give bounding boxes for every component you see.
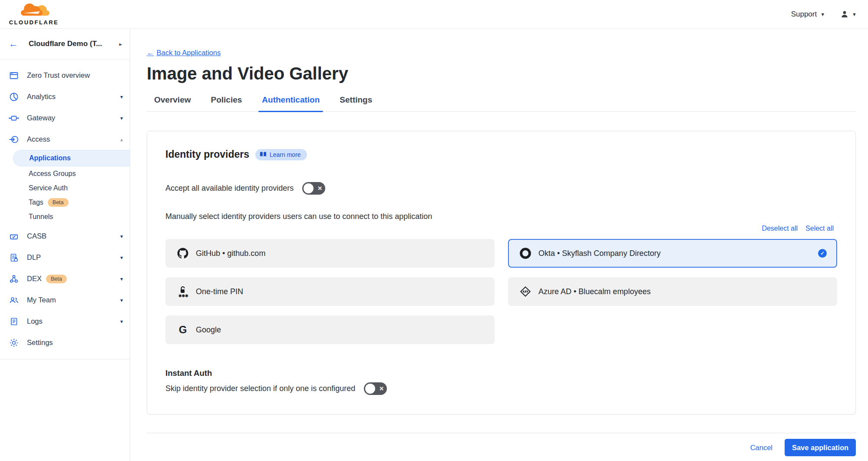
access-subnav: Applications Access Groups Service Auth … (0, 150, 130, 224)
cancel-button[interactable]: Cancel (750, 444, 772, 452)
top-bar: CLOUDFLARE Support ▼ ▼ (0, 0, 868, 29)
google-g-glyph: G (179, 324, 187, 336)
learn-more-badge[interactable]: Learn more (255, 149, 307, 160)
gateway-icon (9, 113, 19, 123)
logs-icon (9, 316, 19, 327)
provider-name: Google (196, 325, 221, 335)
cloudflare-cloud-icon (13, 3, 55, 20)
sidebar-item-dex[interactable]: DEX Beta ▾ (0, 268, 130, 289)
sidebar-item-label: Applications (29, 154, 71, 162)
github-icon (177, 247, 189, 260)
toggle-knob (365, 384, 375, 394)
asterisks: ✱✱✱✱ (178, 294, 188, 298)
beta-badge: Beta (48, 198, 69, 207)
chevron-down-icon: ▾ (120, 276, 123, 282)
access-icon (9, 134, 19, 145)
sidebar-item-casb[interactable]: CASB ▾ (0, 226, 130, 247)
sidebar-item-settings[interactable]: Settings (0, 332, 130, 353)
instant-auth-label: Skip identity provider selection if only… (165, 384, 355, 393)
sidebar-divider (0, 359, 130, 359)
sidebar-item-analytics[interactable]: Analytics ▾ (0, 86, 130, 107)
sidebar: ← Cloudflare Demo (T... ▸ Zero Trust ove… (0, 29, 130, 461)
sidebar-item-service-auth[interactable]: Service Auth (0, 181, 130, 195)
provider-tiles: GitHub • github.com Okta • Skyflash Comp… (165, 239, 837, 344)
sidebar-item-my-team[interactable]: My Team ▾ (0, 289, 130, 311)
sidebar-item-access-groups[interactable]: Access Groups (0, 166, 130, 181)
sidebar-nav: Zero Trust overview Analytics ▾ (0, 60, 130, 359)
chevron-down-icon: ▾ (120, 115, 123, 121)
provider-tile-google[interactable]: G Google (165, 315, 495, 344)
back-arrow-icon[interactable]: ← (9, 39, 18, 49)
sidebar-item-gateway[interactable]: Gateway ▾ (0, 107, 130, 129)
pie-chart-icon (9, 92, 19, 102)
chevron-down-icon: ▾ (120, 297, 123, 303)
sidebar-item-access[interactable]: Access ▴ (0, 129, 130, 150)
network-nodes-icon (9, 274, 19, 284)
close-icon: ✕ (379, 385, 384, 392)
zero-trust-dashboard: CLOUDFLARE Support ▼ ▼ ← C (0, 0, 868, 461)
provider-name: One-time PIN (196, 287, 243, 296)
cloudflare-logo[interactable]: CLOUDFLARE (6, 3, 62, 26)
card-title: Identity providers (165, 149, 249, 160)
chevron-down-icon: ▼ (852, 12, 857, 17)
sidebar-item-dlp[interactable]: DLP ▾ (0, 247, 130, 268)
sidebar-item-label: Settings (27, 338, 53, 347)
save-application-button[interactable]: Save application (785, 439, 856, 456)
sidebar-item-label: Zero Trust overview (27, 71, 90, 80)
chevron-right-icon[interactable]: ▸ (119, 41, 122, 47)
chevron-down-icon: ▼ (820, 12, 825, 17)
learn-more-label: Learn more (270, 151, 301, 158)
chevron-down-icon: ▾ (120, 318, 123, 325)
document-lock-icon (9, 252, 19, 263)
instant-auth-heading: Instant Auth (165, 368, 837, 378)
sidebar-item-label: Gateway (27, 114, 55, 122)
sidebar-item-label: Tunnels (29, 213, 53, 221)
brand-wordmark: CLOUDFLARE (9, 19, 59, 26)
team-icon (9, 295, 19, 305)
account-name: Cloudflare Demo (T... (29, 40, 102, 48)
tab-settings[interactable]: Settings (340, 95, 372, 111)
selected-check-icon: ✓ (818, 249, 827, 258)
tab-authentication[interactable]: Authentication (262, 95, 320, 111)
provider-tile-github[interactable]: GitHub • github.com (165, 239, 495, 268)
select-all-link[interactable]: Select all (805, 225, 834, 232)
azure-ad-icon (519, 285, 531, 298)
sidebar-item-tags[interactable]: Tags Beta (0, 195, 130, 209)
provider-name: GitHub • github.com (196, 249, 265, 258)
casb-icon (9, 231, 19, 242)
identity-providers-card: Identity providers Learn more Accept all… (147, 131, 856, 415)
sidebar-item-label: My Team (27, 296, 56, 304)
gear-icon (9, 338, 19, 348)
tab-overview[interactable]: Overview (154, 95, 191, 111)
close-icon: ✕ (317, 185, 322, 192)
sidebar-item-label: DEX (27, 275, 42, 283)
sidebar-item-applications[interactable]: Applications (13, 150, 130, 166)
beta-badge: Beta (46, 275, 67, 283)
provider-tile-okta[interactable]: Okta • Skyflash Company Directory ✓ (508, 239, 837, 268)
sidebar-item-label: Analytics (27, 93, 56, 101)
provider-tile-azure-ad[interactable]: Azure AD • Bluecalm employees (508, 277, 837, 306)
deselect-all-link[interactable]: Deselect all (762, 225, 798, 232)
instant-auth-toggle[interactable]: ✕ (364, 382, 387, 395)
account-menu[interactable]: ▼ (840, 10, 857, 19)
chevron-down-icon: ▾ (120, 233, 123, 239)
back-arrow-icon: ← (147, 49, 154, 57)
okta-icon (519, 247, 531, 260)
main-content: ← Back to Applications Image and Video G… (130, 29, 868, 461)
account-switcher[interactable]: ← Cloudflare Demo (T... ▸ (0, 29, 130, 60)
sidebar-item-tunnels[interactable]: Tunnels (0, 209, 130, 224)
sidebar-item-label: DLP (27, 253, 41, 262)
footer-actions: Cancel Save application (147, 439, 856, 456)
footer-divider (147, 433, 856, 433)
sidebar-item-label: CASB (27, 232, 46, 240)
sidebar-item-zero-trust-overview[interactable]: Zero Trust overview (0, 65, 130, 86)
sidebar-item-label: Service Auth (29, 184, 68, 192)
sidebar-item-logs[interactable]: Logs ▾ (0, 311, 130, 332)
back-to-applications-link[interactable]: ← Back to Applications (147, 49, 221, 57)
support-menu[interactable]: Support ▼ (791, 10, 825, 19)
toggle-knob (304, 183, 314, 193)
tab-policies[interactable]: Policies (211, 95, 242, 111)
provider-name: Okta • Skyflash Company Directory (538, 249, 660, 258)
accept-all-toggle[interactable]: ✕ (302, 182, 325, 195)
provider-tile-one-time-pin[interactable]: ✱✱✱✱ One-time PIN (165, 277, 495, 306)
